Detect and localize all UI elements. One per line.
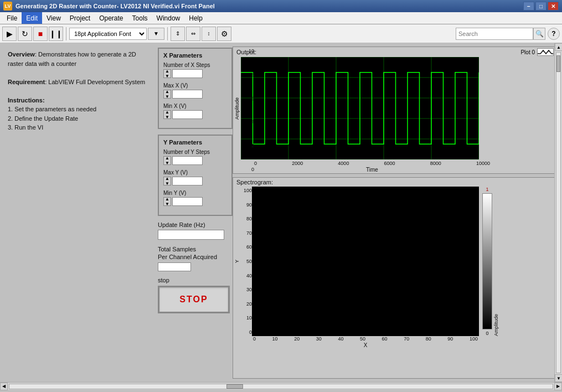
y-num-steps-label: Number of Y Steps [163,149,227,155]
y-min-spinner[interactable]: ▲▼ [163,197,171,206]
menu-operate[interactable]: Operate [95,12,127,24]
params-panel: X Parameters Number of X Steps ▲▼ 0 Max … [158,43,233,382]
y-min-label: Min Y (V) [163,190,227,196]
title-bar: LV Generating 2D Raster with Counter- LV… [0,0,562,12]
x-parameters-group: X Parameters Number of X Steps ▲▼ 0 Max … [158,48,233,129]
search-button[interactable]: 🔍 [533,28,545,40]
stop-section: stop STOP [158,277,233,313]
x-min-row: Min X (V) ▲▼ 0 [163,103,227,119]
distribute-button[interactable]: ⇔ [186,27,200,41]
pause-button[interactable]: ❙❙ [49,27,63,41]
resize-button[interactable]: ↕ [202,27,216,41]
bottom-scrollbar: ◀ ▶ [0,382,562,390]
x-max-row: Max X (V) ▲▼ 0 [163,82,227,99]
scroll-down-arrow[interactable]: ▼ [555,374,562,382]
align-button[interactable]: ⇕ [171,27,185,41]
spectrogram-y-ticks: 100 90 80 70 60 50 40 30 20 10 0 [241,187,252,336]
scroll-right-arrow[interactable]: ▶ [554,383,562,390]
scroll-hthumb[interactable] [226,384,243,389]
output-chart-container: Output: Plot 0 Amplitude 10 8 [233,47,558,174]
spectrogram-title: Spectrogram: [233,178,557,187]
menu-window[interactable]: Window [152,12,185,24]
menu-help[interactable]: Help [184,12,207,24]
plot-label: Plot 0 [520,49,535,55]
x-num-steps-label: Number of X Steps [163,62,227,68]
menu-project[interactable]: Project [65,12,95,24]
y-max-label: Max Y (V) [163,169,227,176]
x-num-steps-row: Number of X Steps ▲▼ 0 [163,62,227,78]
help-button[interactable]: ? [548,28,560,40]
menu-edit[interactable]: Edit [22,12,42,24]
x-num-steps-input[interactable]: 0 [172,69,203,78]
y-max-row: Max Y (V) ▲▼ 0 [163,169,227,185]
plot-legend: Plot 0 [520,48,554,56]
x-min-label: Min X (V) [163,103,227,109]
x-num-steps-spinner[interactable]: ▲▼ [163,69,171,78]
run-continuous-button[interactable]: ↻ [18,27,32,41]
menu-tools[interactable]: Tools [128,12,152,24]
step-3: 3. Run the VI [8,123,150,132]
y-min-input[interactable]: 0 [172,197,203,206]
output-canvas [241,57,479,159]
separator-1 [66,27,66,40]
run-arrow-button[interactable]: ▶ [2,27,17,41]
search-input[interactable] [456,28,533,40]
y-num-steps-row: Number of Y Steps ▲▼ 0 [163,149,227,165]
spectrogram-y-axis-label: Y [234,260,240,263]
requirement-label: Requirement [8,79,45,85]
spectrogram-canvas [252,187,479,336]
total-samples-label: Total SamplesPer Channel Acquired [158,245,233,261]
scroll-left-arrow[interactable]: ◀ [0,383,8,390]
scroll-up-arrow[interactable]: ▲ [555,43,562,51]
step-1: 1. Set the parameters as needed [8,105,150,114]
y-max-spinner[interactable]: ▲▼ [163,177,171,185]
window-title: Generating 2D Raster with Counter- LV201… [16,3,523,9]
charts-area: Output: Plot 0 Amplitude 10 8 [233,43,562,382]
separator-2 [167,27,168,40]
colorbar-min-label: 0 [486,331,488,336]
step-2: 2. Define the Update Rate [8,114,150,123]
font-selector[interactable]: 18pt Application Font [69,28,147,40]
spectrogram-container: Spectrogram: Y 100 90 80 70 60 50 40 30 … [233,177,558,379]
font-dropdown[interactable]: ▼ [148,28,164,40]
spectrogram-x-axis-label: X [252,342,479,349]
plot-legend-box [537,48,554,56]
total-samples-input[interactable]: 0 [158,262,191,271]
y-num-steps-input[interactable]: 0 [172,156,203,165]
colorbar-max-label: 1 [486,187,488,192]
abort-button[interactable]: ■ [33,27,48,41]
overview-label: Overview [8,51,35,58]
y-params-title: Y Parameters [163,139,227,146]
menu-view[interactable]: View [42,12,65,24]
output-y-ticks: 10 8 6 4 2 0 [242,47,254,173]
update-rate-input[interactable]: 100000 [158,230,224,240]
requirement-text: : LabVIEW Full Development System [45,79,145,85]
x-min-spinner[interactable]: ▲▼ [163,110,171,119]
description-text: Overview: Demonstrates how to generate a… [8,50,150,132]
settings-button[interactable]: ⚙ [217,27,231,41]
scroll-vtrack [556,52,561,373]
spectrogram-plot-area: Y 100 90 80 70 60 50 40 30 20 10 0 [233,187,557,336]
y-num-steps-spinner[interactable]: ▲▼ [163,156,171,165]
x-min-input[interactable]: 0 [172,110,203,119]
y-min-row: Min Y (V) ▲▼ 0 [163,190,227,206]
output-x-axis-label: Time [253,166,491,173]
close-button[interactable]: ✕ [548,2,559,11]
colorbar-amplitude-label: Amplitude [493,187,499,336]
right-scrollbar: ▲ ▼ [554,43,562,382]
scroll-vthumb[interactable] [556,55,560,72]
menu-bar: File Edit View Project Operate Tools Win… [0,12,562,24]
update-rate-label: Update Rate (Hz) [158,221,233,228]
output-plot-area: Amplitude 10 8 6 4 2 0 [233,57,557,161]
maximize-button[interactable]: □ [535,2,546,11]
stop-button[interactable]: STOP [158,286,230,313]
search-container: 🔍 ? [456,28,560,40]
stop-label: stop [158,277,233,283]
output-chart-header: Output: Plot 0 [233,47,557,57]
y-max-input[interactable]: 0 [172,177,203,185]
menu-file[interactable]: File [2,12,22,24]
minimize-button[interactable]: − [523,2,534,11]
x-max-input[interactable]: 0 [172,90,203,99]
window-controls: − □ ✕ [523,2,559,11]
x-max-spinner[interactable]: ▲▼ [163,90,171,99]
